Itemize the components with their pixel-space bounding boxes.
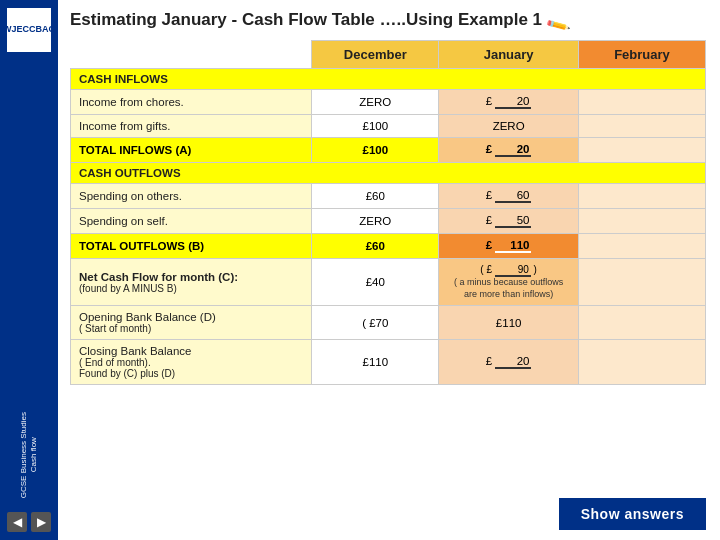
col-label-header [71, 41, 312, 69]
income-gifts-dec: £100 [312, 115, 439, 138]
total-outflows-jan: £ 110 [439, 234, 579, 259]
closing-balance-dec: £110 [312, 340, 439, 385]
pencil-icon: ✏️ [545, 12, 572, 38]
cash-outflows-header: CASH OUTFLOWS [71, 163, 706, 184]
spending-self-row: Spending on self. ZERO £ 50 [71, 209, 706, 234]
total-outflows-dec: £60 [312, 234, 439, 259]
cash-outflows-label: CASH OUTFLOWS [71, 163, 706, 184]
income-chores-jan: £ 20 [439, 90, 579, 115]
cash-flow-table: December January February CASH INFLOWS I… [70, 40, 706, 385]
income-gifts-jan: ZERO [439, 115, 579, 138]
closing-balance-feb [578, 340, 705, 385]
total-outflows-row: TOTAL OUTFLOWS (B) £60 £ 110 [71, 234, 706, 259]
opening-balance-jan: £110 [439, 306, 579, 340]
income-chores-row: Income from chores. ZERO £ 20 [71, 90, 706, 115]
show-answers-button[interactable]: Show answers [559, 498, 706, 530]
nav-controls: ◀ ▶ [7, 512, 51, 532]
net-cash-dec: £40 [312, 259, 439, 306]
total-inflows-jan: £ 20 [439, 138, 579, 163]
table-header: December January February [71, 41, 706, 69]
spending-others-dec: £60 [312, 184, 439, 209]
nav-next-button[interactable]: ▶ [31, 512, 51, 532]
net-cash-label: Net Cash Flow for month (C): (found by A… [71, 259, 312, 306]
spending-others-jan: £ 60 [439, 184, 579, 209]
main-content: Estimating January - Cash Flow Table …..… [58, 0, 720, 540]
spending-others-row: Spending on others. £60 £ 60 [71, 184, 706, 209]
spending-self-dec: ZERO [312, 209, 439, 234]
closing-balance-jan: £ 20 [439, 340, 579, 385]
net-cash-feb [578, 259, 705, 306]
nav-prev-button[interactable]: ◀ [7, 512, 27, 532]
total-inflows-row: TOTAL INFLOWS (A) £100 £ 20 [71, 138, 706, 163]
closing-balance-label: Closing Bank Balance ( End of month). Fo… [71, 340, 312, 385]
income-gifts-label: Income from gifts. [71, 115, 312, 138]
income-chores-label: Income from chores. [71, 90, 312, 115]
page-title: Estimating January - Cash Flow Table …..… [70, 10, 542, 30]
opening-balance-row: Opening Bank Balance (D) ( Start of mont… [71, 306, 706, 340]
net-cash-jan: ( £ 90 ) ( a minus because outflows are … [439, 259, 579, 306]
total-outflows-label: TOTAL OUTFLOWS (B) [71, 234, 312, 259]
opening-balance-feb [578, 306, 705, 340]
cash-inflows-label: CASH INFLOWS [71, 69, 706, 90]
col-february-header: February [578, 41, 705, 69]
spending-self-jan: £ 50 [439, 209, 579, 234]
opening-balance-dec: ( £70 [312, 306, 439, 340]
net-cash-row: Net Cash Flow for month (C): (found by A… [71, 259, 706, 306]
spending-self-label: Spending on self. [71, 209, 312, 234]
cash-inflows-header: CASH INFLOWS [71, 69, 706, 90]
income-chores-dec: ZERO [312, 90, 439, 115]
income-chores-feb [578, 90, 705, 115]
closing-balance-row: Closing Bank Balance ( End of month). Fo… [71, 340, 706, 385]
col-december-header: December [312, 41, 439, 69]
total-inflows-feb [578, 138, 705, 163]
opening-balance-label: Opening Bank Balance (D) ( Start of mont… [71, 306, 312, 340]
income-gifts-feb [578, 115, 705, 138]
total-outflows-feb [578, 234, 705, 259]
spending-self-feb [578, 209, 705, 234]
spending-others-feb [578, 184, 705, 209]
col-january-header: January [439, 41, 579, 69]
sidebar: WJEC CBAC GCSE Business Studies Cash flo… [0, 0, 58, 540]
logo: WJEC CBAC [7, 8, 51, 52]
income-gifts-row: Income from gifts. £100 ZERO [71, 115, 706, 138]
bottom-bar: Show answers [70, 492, 706, 530]
total-inflows-label: TOTAL INFLOWS (A) [71, 138, 312, 163]
spending-others-label: Spending on others. [71, 184, 312, 209]
sidebar-label: GCSE Business Studies Cash flow [19, 412, 40, 498]
total-inflows-dec: £100 [312, 138, 439, 163]
